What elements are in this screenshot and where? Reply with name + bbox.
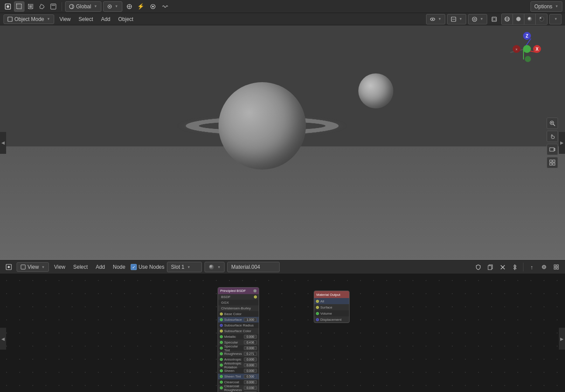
select-menu[interactable]: Select	[76, 14, 96, 24]
output-surface-socket[interactable]	[316, 306, 319, 309]
transform-pivot-dropdown[interactable]: ▼	[103, 1, 122, 12]
sheen-tint-value[interactable]: 0.500	[244, 375, 257, 378]
object-mode-dropdown[interactable]: Object Mode ▼	[3, 14, 54, 24]
use-nodes-checkbox-label[interactable]: ✓ Use Nodes	[131, 264, 164, 270]
viewport-gizmo-btn[interactable]: ▼	[447, 14, 466, 24]
node-add-menu[interactable]: Add	[93, 262, 107, 272]
xray-btn[interactable]	[489, 14, 499, 24]
node-toolbar-right: ↑	[473, 262, 562, 272]
node-snap-btn[interactable]	[539, 262, 549, 272]
material-delete-btn[interactable]	[497, 262, 508, 272]
node-view-menu[interactable]: View	[52, 262, 68, 272]
output-disp-socket[interactable]	[316, 318, 319, 321]
subsurf-color-socket[interactable]	[220, 330, 223, 333]
clearcoat-value[interactable]: 0.000	[244, 380, 257, 384]
aniso-rot-socket[interactable]	[220, 364, 223, 367]
small-sphere	[358, 73, 393, 108]
options-dropdown[interactable]: Options ▼	[530, 1, 562, 12]
tweak-btn[interactable]	[48, 1, 59, 12]
specular-socket[interactable]	[220, 341, 223, 344]
node-grid-btn[interactable]	[551, 262, 562, 272]
node-context-icon	[21, 264, 26, 270]
subsurf-radius-socket[interactable]	[220, 324, 223, 327]
basecolor-socket[interactable]	[220, 312, 223, 316]
sheen-value[interactable]: 0.000	[244, 369, 257, 373]
bsdf-row-sheen: Sheen 0.000	[218, 368, 259, 374]
roughness-socket[interactable]	[220, 352, 223, 355]
bsdf-output-socket[interactable]	[254, 295, 257, 298]
roughness-value[interactable]: 0.271	[244, 352, 257, 356]
gizmo-center[interactable]	[523, 45, 531, 53]
node-node-menu[interactable]: Node	[110, 262, 128, 272]
output-row-displacement: Displacement	[314, 316, 349, 323]
subsurface-value[interactable]: 1.000	[244, 318, 257, 322]
node-select-menu[interactable]: Select	[71, 262, 90, 272]
node-editor-left-arrow[interactable]: ◀	[0, 328, 6, 350]
overlay-btn[interactable]: ▼	[468, 14, 487, 24]
aniso-value[interactable]: 0.000	[244, 357, 257, 361]
output-all-socket[interactable]	[316, 300, 319, 303]
material-sphere-icon-btn[interactable]: ▼	[205, 262, 225, 272]
hand-btn[interactable]	[547, 131, 558, 142]
node-sep	[523, 263, 523, 271]
material-name-field[interactable]: Material.004	[227, 262, 280, 272]
output-volume-socket[interactable]	[316, 312, 319, 315]
snap-btn[interactable]	[124, 1, 135, 12]
svg-rect-59	[557, 267, 558, 269]
viewport-right-arrow[interactable]: ▶	[559, 132, 565, 154]
clearcoat-rough-value[interactable]: 0.030	[244, 386, 257, 390]
snap-settings-btn[interactable]: ⚡	[135, 1, 146, 12]
viewport-left-arrow[interactable]: ◀	[0, 132, 6, 154]
svg-point-24	[505, 17, 510, 21]
node-arrow-up-btn[interactable]: ↑	[527, 262, 537, 272]
metallic-socket[interactable]	[220, 335, 223, 338]
sheen-socket[interactable]	[220, 369, 223, 372]
aniso-socket[interactable]	[220, 358, 223, 361]
sheen-tint-socket[interactable]	[220, 375, 223, 378]
clearcoat-rough-socket[interactable]	[220, 386, 223, 389]
view-menu[interactable]: View	[57, 14, 73, 24]
spec-tint-socket[interactable]	[220, 347, 223, 350]
material-pin-btn[interactable]	[510, 262, 520, 272]
zoom-in-btn[interactable]	[547, 118, 558, 129]
specular-value[interactable]: 0.436	[244, 340, 257, 344]
select-box-btn[interactable]	[14, 1, 24, 12]
use-nodes-checkbox[interactable]: ✓	[131, 264, 137, 270]
select-lasso-btn[interactable]	[37, 1, 47, 12]
material-shield-btn[interactable]	[473, 262, 483, 272]
add-menu[interactable]: Add	[98, 14, 113, 24]
gizmo-y-axis[interactable]	[525, 56, 531, 62]
wave-btn[interactable]	[160, 1, 170, 12]
spec-tint-value[interactable]: 0.000	[244, 346, 257, 350]
material-copy-btn[interactable]	[485, 262, 496, 272]
grid-btn[interactable]	[547, 157, 558, 168]
global-dropdown[interactable]: Global ▼	[65, 1, 101, 12]
object-menu[interactable]: Object	[115, 14, 136, 24]
aniso-rot-value[interactable]: 0.000	[244, 363, 257, 367]
material-output-node[interactable]: Material Output All Surface Volume Displ…	[314, 291, 350, 323]
metallic-value[interactable]: 0.000	[244, 335, 257, 339]
proportional-editing-btn[interactable]	[148, 1, 158, 12]
node-context-dropdown[interactable]: View ▼	[17, 262, 49, 272]
viewport-display-btn[interactable]: ▼	[426, 14, 445, 24]
bsdf-node-close[interactable]	[253, 289, 257, 292]
wireframe-shading-btn[interactable]	[502, 14, 513, 24]
shield-icon	[475, 264, 481, 270]
select-circle-btn[interactable]	[25, 1, 36, 12]
material-preview-btn[interactable]	[524, 14, 536, 24]
svg-rect-42	[550, 163, 552, 165]
gizmo-x-neg-axis[interactable]: x	[513, 45, 520, 53]
slot-dropdown[interactable]: Slot 1 ▼	[167, 262, 202, 272]
editor-type-btn[interactable]	[3, 1, 13, 12]
shading-extra-btn[interactable]: ▼	[549, 14, 562, 24]
principled-bsdf-node[interactable]: Principled BSDF BSDF GGX Christensen-Bur…	[218, 287, 259, 392]
clearcoat-socket[interactable]	[220, 381, 223, 384]
subsurface-socket[interactable]	[220, 318, 223, 321]
gizmo-x-axis[interactable]: X	[533, 45, 541, 53]
node-editor-right-arrow[interactable]: ▶	[559, 328, 565, 350]
camera-btn[interactable]	[547, 144, 558, 155]
node-editor-type-btn[interactable]	[3, 262, 14, 272]
solid-shading-btn[interactable]	[513, 14, 524, 24]
rendered-shading-btn[interactable]	[536, 14, 547, 24]
nav-gizmo[interactable]: Z X x	[504, 30, 543, 69]
